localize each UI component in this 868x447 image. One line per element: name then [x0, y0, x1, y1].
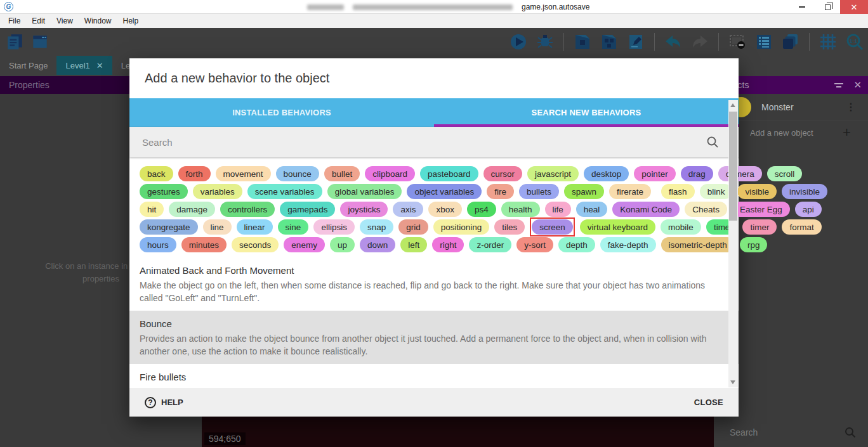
tag-chip-line[interactable]: line [203, 219, 232, 235]
tag-chip-scroll[interactable]: scroll [767, 166, 803, 181]
play-icon[interactable] [509, 32, 528, 51]
tag-chip-right[interactable]: right [432, 237, 464, 252]
tag-chip-health[interactable]: health [501, 202, 540, 217]
tag-chip-grid[interactable]: grid [398, 219, 428, 235]
tag-chip-axis[interactable]: axis [393, 202, 423, 217]
render-mask-icon[interactable] [728, 32, 747, 51]
panel-close-icon[interactable]: ✕ [853, 79, 862, 91]
edit-scene-icon[interactable] [626, 32, 645, 51]
menu-help[interactable]: Help [117, 14, 145, 28]
tag-chip-controllers[interactable]: controllers [220, 202, 275, 217]
tag-chip-xbox[interactable]: xbox [428, 202, 462, 217]
tag-chip-easter-egg[interactable]: Easter Egg [732, 202, 790, 217]
tab-search-new-behaviors[interactable]: SEARCH NEW BEHAVIORS [434, 98, 739, 127]
tag-chip-back[interactable]: back [140, 166, 173, 181]
help-button[interactable]: ? HELP [145, 397, 183, 408]
tag-chip-damage[interactable]: damage [169, 202, 215, 217]
tag-chip-fake-depth[interactable]: fake-depth [600, 237, 656, 252]
tag-chip-seconds[interactable]: seconds [232, 237, 279, 252]
tag-chip-api[interactable]: api [795, 202, 822, 217]
tag-chip-cursor[interactable]: cursor [483, 166, 523, 181]
tag-chip-isometric-depth[interactable]: isometric-depth [661, 237, 735, 252]
grid-icon[interactable] [819, 32, 838, 51]
menu-file[interactable]: File [3, 14, 26, 28]
tag-chip-life[interactable]: life [545, 202, 571, 217]
tag-chip-linear[interactable]: linear [237, 219, 273, 235]
redo-icon[interactable] [690, 32, 709, 51]
tag-chip-clipboard[interactable]: clipboard [365, 166, 415, 181]
tag-chip-tiles[interactable]: tiles [494, 219, 525, 235]
new-object-icon[interactable] [573, 32, 592, 51]
tag-chip-javascript[interactable]: javascript [527, 166, 579, 181]
minimize-button[interactable] [789, 0, 815, 14]
tag-chip-left[interactable]: left [400, 237, 427, 252]
tag-chip-global-variables[interactable]: global variables [327, 184, 402, 199]
scrollbar-thumb[interactable] [729, 112, 737, 221]
menu-view[interactable]: View [51, 14, 79, 28]
tag-chip-visible[interactable]: visible [737, 184, 777, 199]
tag-chip-scene-variables[interactable]: scene variables [247, 184, 322, 199]
undo-icon[interactable] [664, 32, 683, 51]
objects-search-input[interactable] [730, 427, 825, 437]
tag-chip-invisible[interactable]: invisible [782, 184, 827, 199]
scroll-down-icon[interactable] [730, 380, 735, 384]
tag-chip-z-order[interactable]: z-order [469, 237, 511, 252]
tag-chip-joysticks[interactable]: joysticks [340, 202, 388, 217]
start-page-icon[interactable] [5, 32, 24, 51]
tag-chip-ellipsis[interactable]: ellipsis [313, 219, 355, 235]
tag-chip-konami-code[interactable]: Konami Code [612, 202, 680, 217]
tab-close-icon[interactable]: ✕ [96, 61, 103, 70]
tag-chip-spawn[interactable]: spawn [564, 184, 604, 199]
layers-icon[interactable] [781, 32, 800, 51]
tag-chip-up[interactable]: up [330, 237, 355, 252]
dialog-close-button[interactable]: CLOSE [694, 398, 723, 407]
tag-chip-rpg[interactable]: rpg [740, 237, 768, 252]
tag-chip-kongregate[interactable]: kongregate [140, 219, 198, 235]
tag-chip-drag[interactable]: drag [681, 166, 713, 181]
tag-chip-bounce[interactable]: bounce [276, 166, 319, 181]
tab-installed-behaviors[interactable]: INSTALLED BEHAVIORS [129, 98, 434, 127]
editor-tab-start-page[interactable]: Start Page [0, 56, 56, 75]
tag-chip-gamepads[interactable]: gamepads [280, 202, 335, 217]
behavior-item-bounce[interactable]: BounceProvides an action to make the obj… [129, 311, 739, 364]
tag-chip-timer[interactable]: timer [742, 219, 777, 235]
debug-icon[interactable] [536, 32, 555, 51]
tag-chip-desktop[interactable]: desktop [584, 166, 629, 181]
objects-groups-icon[interactable] [600, 32, 619, 51]
filter-icon[interactable] [834, 83, 843, 87]
tag-chip-down[interactable]: down [360, 237, 395, 252]
zoom-1-1-icon[interactable]: 1:1 [845, 32, 864, 51]
object-menu-icon[interactable]: ⋮ [846, 101, 856, 113]
tag-chip-hours[interactable]: hours [140, 237, 176, 252]
tag-chip-forth[interactable]: forth [178, 166, 211, 181]
behavior-item-animated-back-and-forth-movement[interactable]: Animated Back and Forth MovementMake the… [129, 257, 739, 311]
tag-chip-snap[interactable]: snap [360, 219, 393, 235]
tag-chip-y-sort[interactable]: y-sort [516, 237, 553, 252]
tag-chip-fire[interactable]: fire [487, 184, 514, 199]
tag-chip-format[interactable]: format [782, 219, 821, 235]
behavior-item-fire-bullets[interactable]: Fire bulletsAllow the object to fire bul… [129, 364, 739, 388]
tag-chip-cheats[interactable]: Cheats [685, 202, 727, 217]
tag-chip-pasteboard[interactable]: pasteboard [420, 166, 478, 181]
tag-chip-movement[interactable]: movement [216, 166, 271, 181]
tag-chip-bullet[interactable]: bullet [324, 166, 360, 181]
menu-window[interactable]: Window [79, 14, 117, 28]
tag-chip-minutes[interactable]: minutes [181, 237, 227, 252]
tag-chip-mobile[interactable]: mobile [661, 219, 701, 235]
tag-chip-heal[interactable]: heal [576, 202, 608, 217]
scroll-up-icon[interactable] [730, 103, 735, 107]
tag-chip-depth[interactable]: depth [558, 237, 595, 252]
editor-tab-level1[interactable]: Level1✕ [56, 56, 112, 75]
instances-list-icon[interactable] [754, 32, 773, 51]
tag-chip-firerate[interactable]: firerate [609, 184, 651, 199]
behavior-search-input[interactable] [142, 137, 688, 148]
dialog-scrollbar[interactable] [728, 100, 738, 387]
tag-chip-variables[interactable]: variables [193, 184, 242, 199]
tag-chip-pointer[interactable]: pointer [634, 166, 675, 181]
tag-chip-blink[interactable]: blink [700, 184, 733, 199]
tag-chip-sine[interactable]: sine [278, 219, 309, 235]
tag-chip-flash[interactable]: flash [661, 184, 695, 199]
tag-chip-virtual-keyboard[interactable]: virtual keyboard [580, 219, 655, 235]
project-manager-icon[interactable] [30, 32, 49, 51]
tag-chip-hit[interactable]: hit [140, 202, 164, 217]
